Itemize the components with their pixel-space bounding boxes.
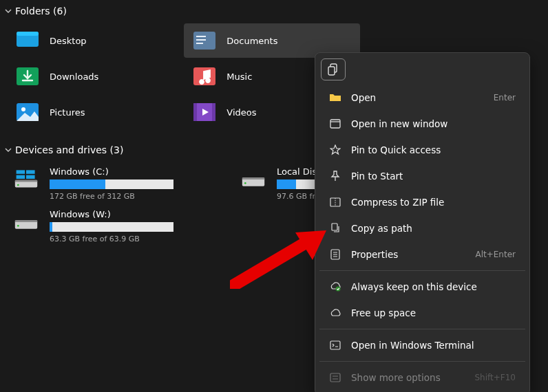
svg-rect-3 xyxy=(196,36,206,37)
menu-item-compress-zip[interactable]: Compress to ZIP file xyxy=(319,189,525,215)
pictures-icon xyxy=(15,102,40,122)
documents-icon xyxy=(192,30,217,51)
svg-rect-38 xyxy=(330,341,340,349)
menu-item-show-more[interactable]: Show more options Shift+F10 xyxy=(319,364,525,391)
drive-usage-bar xyxy=(50,222,173,232)
svg-point-37 xyxy=(336,287,341,292)
svg-point-25 xyxy=(17,225,19,227)
menu-item-pin-quick-access[interactable]: Pin to Quick access xyxy=(319,137,525,163)
svg-rect-19 xyxy=(26,175,35,179)
menu-shortcut: Shift+F10 xyxy=(474,373,516,382)
copy-path-icon xyxy=(329,222,341,235)
svg-rect-27 xyxy=(328,67,335,75)
folder-label: Documents xyxy=(226,36,277,46)
folder-label: Downloads xyxy=(50,72,98,82)
drive-name: Windows (C:) xyxy=(50,166,207,177)
menu-separator xyxy=(319,329,525,329)
menu-item-pin-start[interactable]: Pin to Start xyxy=(319,163,525,189)
svg-rect-12 xyxy=(212,103,215,121)
terminal-icon xyxy=(329,339,341,351)
folder-label: Pictures xyxy=(50,107,85,118)
hdd-drive-icon xyxy=(14,209,39,234)
folders-section-header[interactable]: Folders (6) xyxy=(0,0,548,23)
pin-icon xyxy=(329,170,341,182)
folder-label: Music xyxy=(226,72,252,82)
context-menu: Open Enter Open in new window Pin to Qui… xyxy=(315,52,530,392)
menu-label: Open xyxy=(351,92,484,103)
drives-section-title: Devices and drives (3) xyxy=(15,144,123,155)
cloud-icon xyxy=(329,307,341,319)
svg-point-15 xyxy=(17,184,19,186)
folder-item-pictures[interactable]: Pictures xyxy=(7,95,182,129)
menu-label: Copy as path xyxy=(351,223,516,234)
svg-rect-39 xyxy=(330,373,340,382)
star-icon xyxy=(329,144,341,156)
svg-point-22 xyxy=(244,182,246,184)
folder-label: Videos xyxy=(226,107,256,118)
menu-separator xyxy=(319,270,525,271)
menu-item-open[interactable]: Open Enter xyxy=(319,85,525,111)
new-window-icon xyxy=(329,118,341,130)
cloud-check-icon xyxy=(329,281,341,293)
menu-label: Show more options xyxy=(351,372,465,383)
drive-item-c[interactable]: Windows (C:) 172 GB free of 312 GB xyxy=(7,162,213,205)
svg-rect-28 xyxy=(330,120,340,128)
menu-label: Compress to ZIP file xyxy=(351,197,516,208)
properties-icon xyxy=(329,248,341,261)
svg-point-9 xyxy=(21,107,25,111)
folder-item-desktop[interactable]: Desktop xyxy=(7,23,182,58)
desktop-icon xyxy=(15,30,40,51)
svg-rect-21 xyxy=(242,177,264,179)
menu-item-windows-terminal[interactable]: Open in Windows Terminal xyxy=(319,332,525,358)
drive-free-text: 63.3 GB free of 63.9 GB xyxy=(50,235,207,243)
menu-shortcut: Alt+Enter xyxy=(475,250,516,259)
chevron-down-icon xyxy=(4,8,12,14)
svg-rect-5 xyxy=(196,43,203,44)
menu-item-always-keep[interactable]: Always keep on this device xyxy=(319,274,525,300)
folder-open-icon xyxy=(329,91,341,104)
folders-section-title: Folders (6) xyxy=(15,6,67,17)
svg-rect-16 xyxy=(17,170,25,173)
menu-item-free-up-space[interactable]: Free up space xyxy=(319,300,525,326)
svg-rect-14 xyxy=(15,180,37,182)
menu-label: Pin to Start xyxy=(351,171,516,182)
svg-rect-24 xyxy=(15,220,37,222)
svg-rect-32 xyxy=(332,224,337,230)
menu-label: Properties xyxy=(351,249,465,260)
drive-item-w[interactable]: Windows (W:) 63.3 GB free of 63.9 GB xyxy=(7,205,213,248)
context-menu-toolbar xyxy=(319,57,525,85)
menu-shortcut: Enter xyxy=(494,93,516,102)
svg-rect-11 xyxy=(193,103,197,121)
menu-label: Open in Windows Terminal xyxy=(351,340,516,351)
drive-name: Windows (W:) xyxy=(50,209,207,219)
copy-button[interactable] xyxy=(321,58,346,80)
videos-icon xyxy=(192,102,217,122)
svg-rect-1 xyxy=(17,32,39,36)
menu-item-properties[interactable]: Properties Alt+Enter xyxy=(319,241,525,268)
menu-label: Pin to Quick access xyxy=(351,144,516,155)
more-icon xyxy=(329,371,341,384)
menu-label: Free up space xyxy=(351,307,516,318)
menu-item-open-new-window[interactable]: Open in new window xyxy=(319,111,525,137)
drive-free-text: 172 GB free of 312 GB xyxy=(50,192,207,201)
svg-rect-18 xyxy=(17,175,25,179)
menu-separator xyxy=(319,361,525,362)
menu-label: Open in new window xyxy=(351,118,516,129)
folder-label: Desktop xyxy=(50,36,87,46)
music-icon xyxy=(192,66,217,87)
menu-label: Always keep on this device xyxy=(351,281,516,292)
drive-usage-bar xyxy=(50,179,173,189)
menu-item-copy-path[interactable]: Copy as path xyxy=(319,215,525,241)
chevron-down-icon xyxy=(4,146,12,153)
folder-item-downloads[interactable]: Downloads xyxy=(7,59,182,94)
hdd-drive-icon xyxy=(241,166,266,191)
svg-rect-17 xyxy=(26,170,35,173)
os-drive-icon xyxy=(14,166,39,191)
zip-icon xyxy=(329,196,341,208)
svg-rect-4 xyxy=(196,39,206,41)
downloads-icon xyxy=(15,66,40,87)
